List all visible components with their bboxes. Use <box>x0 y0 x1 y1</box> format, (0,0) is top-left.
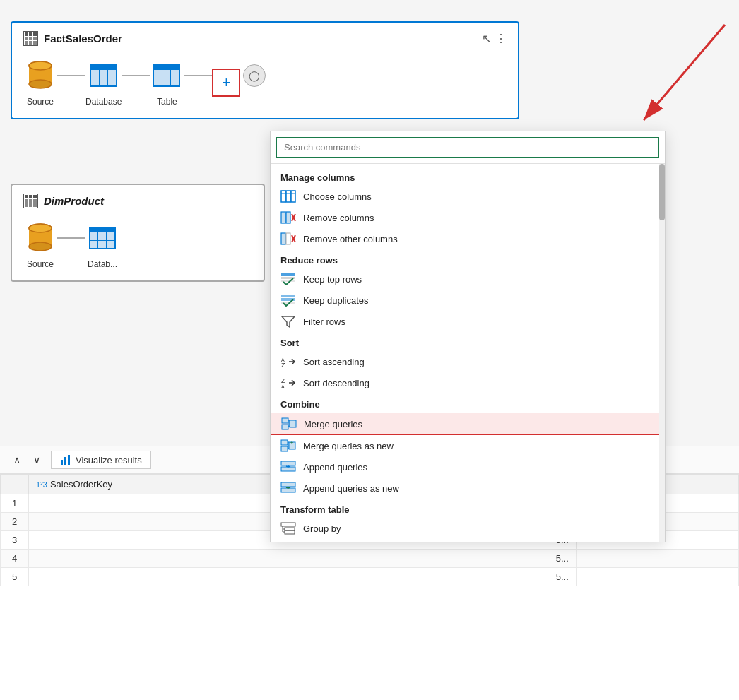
append-queries-label: Append queries <box>303 462 367 473</box>
database-label: Database <box>85 97 122 107</box>
row-val-5: 5... <box>29 568 577 586</box>
merge-queries-new-label: Merge queries as new <box>303 441 394 451</box>
svg-rect-17 <box>281 212 285 223</box>
filter-rows-label: Filter rows <box>303 316 345 327</box>
th-row-num <box>1 475 29 494</box>
menu-item-keep-duplicates[interactable]: Keep duplicates <box>271 290 665 311</box>
svg-rect-13 <box>291 191 295 202</box>
menu-item-keep-top-rows[interactable]: Keep top rows <box>271 268 665 290</box>
menu-item-merge-queries-new[interactable]: + Merge queries as new <box>271 435 665 456</box>
svg-rect-21 <box>281 233 285 244</box>
svg-text:Z: Z <box>281 377 285 384</box>
connector2 <box>122 75 150 76</box>
row-sto-5 <box>576 568 738 586</box>
menu-item-sort-descending[interactable]: Z A Sort descending <box>271 372 665 393</box>
svg-text:+: + <box>290 440 293 445</box>
svg-rect-28 <box>281 295 295 297</box>
type-badge-123: 1²3 <box>36 480 47 489</box>
append-queries-icon <box>280 461 296 473</box>
svg-text:Z: Z <box>281 362 285 368</box>
table-icon <box>150 59 184 93</box>
menu-item-group-by[interactable]: Group by <box>271 518 665 539</box>
add-step[interactable]: + <box>212 69 240 97</box>
nav-down-button[interactable]: ∨ <box>28 451 45 468</box>
source-icon <box>23 59 57 93</box>
section-sort: Sort <box>271 332 665 351</box>
row-num-4: 4 <box>1 550 29 568</box>
remove-columns-icon <box>280 211 296 224</box>
choose-columns-icon <box>280 190 296 203</box>
menu-item-sort-ascending[interactable]: A Z Sort ascending <box>271 351 665 372</box>
card1-title: FactSalesOrder <box>44 32 122 45</box>
row-sto-4 <box>576 550 738 568</box>
source-label2: Source <box>27 259 54 269</box>
card-title-icons: ↖ ⋮ <box>482 32 507 45</box>
section-manage-columns: Manage columns <box>271 167 665 186</box>
row-num-5: 5 <box>1 568 29 586</box>
menu-item-filter-rows[interactable]: Filter rows <box>271 311 665 332</box>
card2-table-icon <box>23 194 38 208</box>
group-by-label: Group by <box>303 523 341 534</box>
connector21 <box>57 237 85 239</box>
source-icon2 <box>23 221 57 255</box>
source-step2: Source <box>23 221 57 269</box>
svg-rect-22 <box>286 233 290 244</box>
search-box <box>271 131 665 164</box>
svg-rect-42 <box>282 418 288 423</box>
database-table-icon <box>90 64 117 87</box>
toolbar-nav: ∧ ∨ <box>8 451 45 468</box>
nav-up-button[interactable]: ∧ <box>8 451 25 468</box>
svg-rect-65 <box>281 523 295 526</box>
svg-rect-48 <box>281 440 288 445</box>
visualize-results-button[interactable]: Visualize results <box>51 451 151 469</box>
svg-rect-71 <box>61 460 63 465</box>
menu-item-remove-other-columns[interactable]: Remove other columns <box>271 228 665 249</box>
svg-rect-70 <box>285 528 295 530</box>
svg-rect-44 <box>290 420 296 427</box>
pipeline2: Source Datab... <box>23 221 252 269</box>
dim-product-card: DimProduct Source <box>11 184 265 282</box>
card2-title-row: DimProduct <box>23 194 252 208</box>
svg-marker-31 <box>282 316 295 327</box>
menu-item-append-queries[interactable]: Append queries <box>271 456 665 477</box>
svg-line-59 <box>288 466 290 467</box>
svg-rect-25 <box>281 273 295 276</box>
menu-item-merge-queries[interactable]: Merge queries <box>271 413 665 435</box>
row-val-4: 5... <box>29 550 577 568</box>
col-sales-order-key-label: SalesOrderKey <box>50 479 112 490</box>
scrollbar-thumb[interactable] <box>659 164 665 220</box>
search-input[interactable] <box>276 137 659 158</box>
svg-text:A: A <box>281 384 285 389</box>
svg-rect-60 <box>281 482 295 487</box>
table-label: Table <box>157 97 177 107</box>
row-num-2: 2 <box>1 513 29 531</box>
sort-descending-icon: Z A <box>280 376 296 389</box>
scrollbar-track[interactable] <box>659 164 665 542</box>
menu-list: Manage columns Choose columns <box>271 164 665 542</box>
menu-item-append-queries-new[interactable]: Append queries as new <box>271 477 665 499</box>
row-num-1: 1 <box>1 494 29 513</box>
database-label2: Datab... <box>88 259 117 269</box>
keep-duplicates-icon <box>280 294 296 307</box>
svg-rect-72 <box>64 457 66 465</box>
sort-ascending-label: Sort ascending <box>303 357 365 367</box>
source-step: Source <box>23 59 57 107</box>
group-by-icon <box>280 522 296 535</box>
menu-item-remove-columns[interactable]: Remove columns <box>271 207 665 228</box>
more-icon[interactable]: ⋮ <box>495 32 507 45</box>
svg-rect-11 <box>281 191 285 202</box>
filter-rows-icon <box>280 315 296 328</box>
merge-queries-new-icon: + <box>280 439 296 452</box>
remove-other-columns-icon <box>280 232 296 245</box>
svg-rect-18 <box>286 212 290 223</box>
minimize-icon[interactable]: ↖ <box>482 32 491 45</box>
section-reduce-rows: Reduce rows <box>271 249 665 268</box>
menu-item-choose-columns[interactable]: Choose columns <box>271 186 665 207</box>
svg-rect-27 <box>281 280 295 282</box>
add-step-button[interactable]: + <box>212 69 240 97</box>
section-combine: Combine <box>271 393 665 413</box>
sort-descending-label: Sort descending <box>303 378 370 388</box>
database-table-icon2 <box>89 227 116 249</box>
card2-title: DimProduct <box>44 195 104 207</box>
svg-point-2 <box>29 80 52 88</box>
